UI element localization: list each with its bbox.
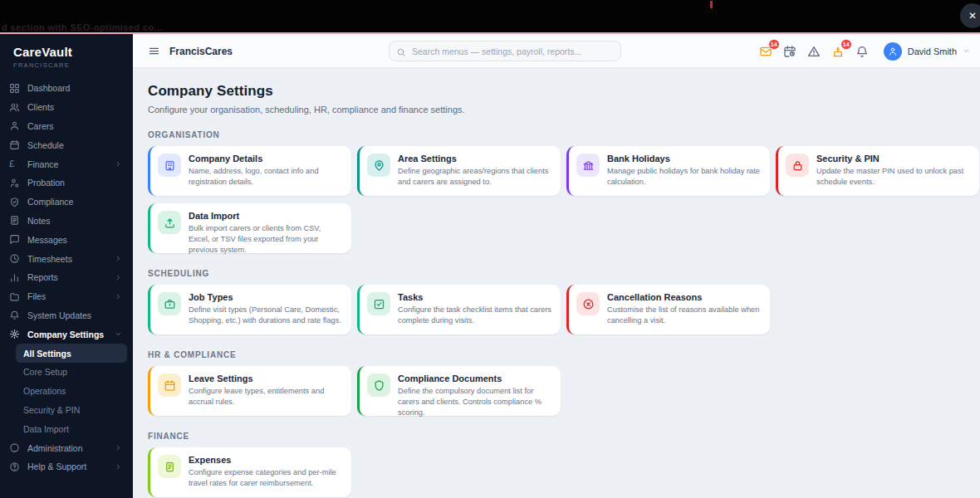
sidebar-item-clients[interactable]: Clients (0, 98, 133, 117)
brand-subtitle: FRANCISCARE (13, 61, 120, 69)
sidebar-item-notes[interactable]: Notes (0, 212, 133, 231)
search-icon (396, 46, 406, 56)
chevron-right-icon (115, 444, 123, 452)
sidebar-item-all-settings[interactable]: All Settings (16, 344, 127, 363)
sidebar-item-compliance[interactable]: Compliance (0, 193, 133, 212)
card-grid: Company DetailsName, address, logo, cont… (148, 146, 980, 253)
card-description: Customise the list of reasons available … (607, 305, 762, 326)
settings-card-compliance-documents[interactable]: Compliance DocumentsDefine the compulsor… (357, 366, 561, 416)
settings-card-company-details[interactable]: Company DetailsName, address, logo, cont… (148, 146, 351, 196)
card-grid: ExpensesConfigure expense categories and… (148, 447, 980, 497)
card-title: Area Settings (398, 154, 552, 164)
pound-icon: £ (9, 159, 20, 169)
sidebar-item-label: Compliance (27, 197, 123, 207)
settings-card-tasks[interactable]: TasksConfigure the task checklist items … (357, 285, 561, 334)
x-circle-icon (576, 292, 600, 315)
bank-icon (576, 154, 600, 177)
sidebar-item-label: Timesheets (27, 254, 115, 264)
card-title: Tasks (398, 292, 552, 302)
sidebar-item-label: Security & PIN (23, 405, 123, 415)
sidebar-item-carers[interactable]: Carers (0, 117, 133, 136)
sidebar-item-label: Company Settings (27, 330, 115, 339)
settings-card-bank-holidays[interactable]: Bank HolidaysManage public holidays for … (566, 146, 770, 196)
briefcase-icon (158, 292, 181, 315)
circle-icon (9, 442, 20, 453)
mail-button[interactable]: 14 (759, 45, 772, 58)
sidebar-item-label: Operations (23, 386, 123, 396)
map-pin-icon (367, 154, 390, 177)
cake-icon (831, 48, 845, 61)
calendar-clock-button[interactable] (783, 45, 796, 58)
settings-card-security-pin[interactable]: Security & PINUpdate the master PIN used… (776, 146, 979, 196)
card-description: Configure leave types, entitlements and … (189, 386, 343, 408)
sidebar-item-label: Files (27, 291, 115, 301)
page-subtitle: Configure your organisation, scheduling,… (148, 105, 980, 115)
settings-card-job-types[interactable]: Job TypesDefine visit types (Personal Ca… (148, 285, 351, 334)
card-title: Leave Settings (189, 374, 343, 383)
card-body: TasksConfigure the task checklist items … (398, 292, 552, 327)
building-icon (158, 154, 181, 177)
sidebar-item-administration[interactable]: Administration (0, 438, 133, 457)
settings-card-area-settings[interactable]: Area SettingsDefine geographic areas/reg… (357, 146, 561, 196)
sidebar-item-security-pin[interactable]: Security & PIN (0, 401, 133, 420)
app-title: FrancisCares (169, 46, 233, 57)
sidebar-item-schedule[interactable]: Schedule (0, 135, 133, 154)
sidebar-nav: DashboardClientsCarersSchedule£FinancePr… (0, 79, 133, 476)
sidebar-item-reports[interactable]: Reports (0, 268, 133, 287)
sidebar-item-core-setup[interactable]: Core Setup (0, 363, 133, 382)
settings-card-cancellation-reasons[interactable]: Cancellation ReasonsCustomise the list o… (566, 285, 770, 334)
card-title: Company Details (189, 154, 343, 164)
sidebar-item-label: Help & Support (27, 461, 115, 471)
card-grid: Leave SettingsConfigure leave types, ent… (148, 366, 980, 416)
user-menu[interactable]: David Smith (884, 42, 970, 61)
settings-card-leave-settings[interactable]: Leave SettingsConfigure leave types, ent… (148, 366, 351, 416)
sidebar-item-probation[interactable]: Probation (0, 173, 133, 193)
users-icon (9, 102, 20, 113)
hamburger-menu-icon[interactable] (148, 45, 160, 57)
message-icon (9, 234, 20, 245)
card-description: Update the master PIN used to unlock pas… (816, 166, 971, 188)
sidebar-item-help-support[interactable]: Help & Support (0, 457, 133, 476)
sidebar-item-messages[interactable]: Messages (0, 230, 133, 249)
settings-card-expenses[interactable]: ExpensesConfigure expense categories and… (148, 447, 351, 497)
user-name: David Smith (908, 46, 957, 56)
chevron-right-icon (115, 274, 123, 281)
sidebar-item-company-settings[interactable]: Company Settings (0, 325, 133, 344)
sidebar-item-system-updates[interactable]: System Updates (0, 306, 133, 325)
brand-name: CareVault (13, 45, 120, 59)
gear-icon (9, 329, 20, 339)
sidebar-item-finance[interactable]: £Finance (0, 154, 133, 173)
cake-button[interactable]: 14 (831, 45, 845, 58)
section-scheduling: SCHEDULINGJob TypesDefine visit types (P… (148, 269, 980, 334)
clock-icon (9, 253, 20, 264)
search-input[interactable] (389, 41, 621, 61)
note-icon (9, 215, 20, 226)
person-dot-icon (9, 178, 20, 188)
section-organisation: ORGANISATIONCompany DetailsName, address… (148, 130, 980, 253)
section-finance: FINANCEExpensesConfigure expense categor… (148, 432, 980, 497)
notification-badge: 14 (840, 39, 852, 50)
card-body: Bank HolidaysManage public holidays for … (607, 154, 762, 188)
card-description: Bulk import carers or clients from CSV, … (189, 223, 343, 256)
search-box (389, 41, 621, 61)
sidebar-item-label: Core Setup (23, 367, 123, 377)
sidebar-item-files[interactable]: Files (0, 287, 133, 306)
card-body: Security & PINUpdate the master PIN used… (816, 154, 971, 188)
sidebar-item-label: Reports (27, 272, 115, 282)
alert-triangle-button[interactable] (807, 45, 821, 58)
sidebar-item-operations[interactable]: Operations (0, 382, 133, 401)
card-description: Define visit types (Personal Care, Domes… (189, 305, 343, 326)
sidebar-item-timesheets[interactable]: Timesheets (0, 249, 133, 268)
topbar-red-mark (710, 1, 713, 8)
chevron-down-icon (963, 47, 970, 55)
bell-button[interactable] (855, 45, 869, 58)
avatar (884, 42, 902, 61)
settings-card-data-import[interactable]: Data ImportBulk import carers or clients… (148, 203, 351, 253)
card-body: Compliance DocumentsDefine the compulsor… (398, 374, 552, 408)
card-body: Leave SettingsConfigure leave types, ent… (189, 374, 343, 408)
user-icon (9, 120, 20, 131)
sidebar-item-dashboard[interactable]: Dashboard (0, 79, 133, 98)
shield-check-icon (9, 197, 20, 208)
overlay-close-button[interactable]: ✕ (960, 3, 980, 28)
sidebar-item-data-import[interactable]: Data Import (0, 419, 133, 438)
